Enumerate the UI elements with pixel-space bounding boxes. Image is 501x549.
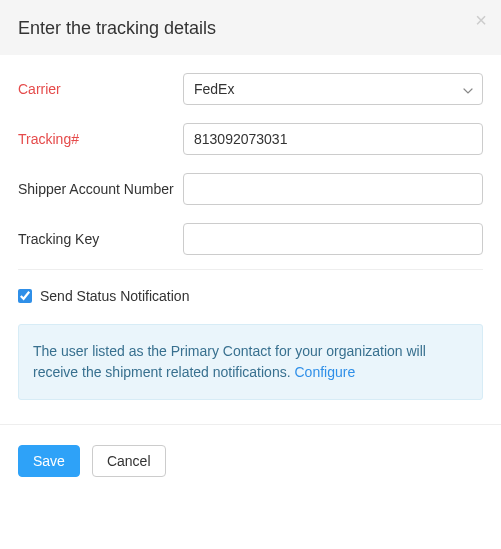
cancel-button[interactable]: Cancel — [92, 445, 166, 477]
modal-title: Enter the tracking details — [18, 18, 483, 39]
modal-footer: Save Cancel — [0, 424, 501, 501]
notification-checkbox-row: Send Status Notification — [18, 288, 483, 304]
modal-header: Enter the tracking details × — [0, 0, 501, 55]
tracking-number-label: Tracking# — [18, 123, 183, 149]
notification-info-text: The user listed as the Primary Contact f… — [33, 343, 426, 380]
send-notification-label[interactable]: Send Status Notification — [40, 288, 189, 304]
modal-body: Carrier FedEx Tracking# Shipper Account … — [0, 55, 501, 400]
carrier-label: Carrier — [18, 73, 183, 99]
tracking-key-row: Tracking Key — [18, 223, 483, 255]
tracking-number-row: Tracking# — [18, 123, 483, 155]
tracking-key-label: Tracking Key — [18, 223, 183, 249]
close-button[interactable]: × — [475, 10, 487, 30]
carrier-select[interactable]: FedEx — [183, 73, 483, 105]
tracking-key-input[interactable] — [183, 223, 483, 255]
shipper-account-row: Shipper Account Number — [18, 173, 483, 205]
shipper-account-label: Shipper Account Number — [18, 173, 183, 199]
notification-info-box: The user listed as the Primary Contact f… — [18, 324, 483, 400]
save-button[interactable]: Save — [18, 445, 80, 477]
tracking-number-input[interactable] — [183, 123, 483, 155]
send-notification-checkbox[interactable] — [18, 289, 32, 303]
configure-link[interactable]: Configure — [294, 364, 355, 380]
close-icon: × — [475, 9, 487, 31]
separator — [18, 269, 483, 270]
shipper-account-input[interactable] — [183, 173, 483, 205]
carrier-row: Carrier FedEx — [18, 73, 483, 105]
